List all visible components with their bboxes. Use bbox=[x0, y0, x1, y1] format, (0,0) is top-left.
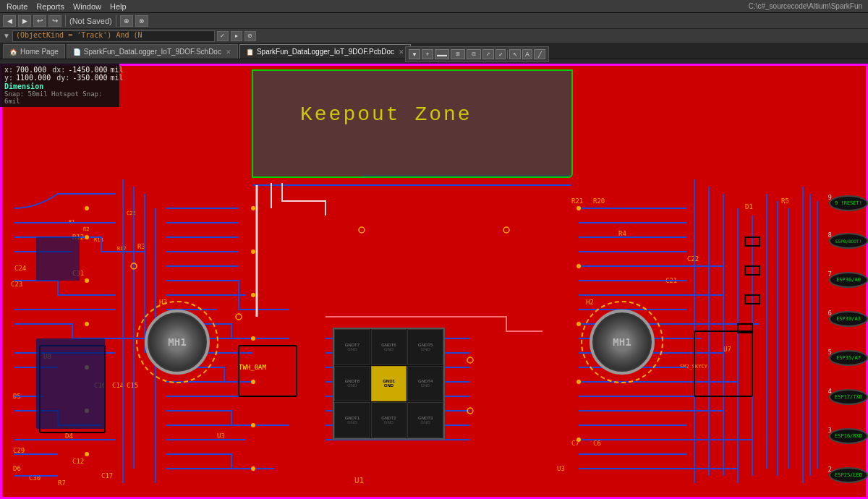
svg-rect-34 bbox=[36, 338, 105, 429]
not-saved-label: (Not Saved) bbox=[69, 17, 112, 25]
component-r3: R3 bbox=[137, 243, 145, 250]
component-r20: R20 bbox=[593, 197, 605, 205]
filepath-display: C:\c#_sourcecode\Altium\SparkFun bbox=[746, 1, 865, 11]
dx-label: dx: bbox=[52, 66, 65, 74]
svg-point-8 bbox=[251, 250, 255, 254]
pin-num-8: 8 bbox=[828, 231, 832, 239]
menu-bar[interactable]: Route Reports Window Help C:\c#_sourceco… bbox=[0, 0, 868, 13]
component-d5: D5 bbox=[13, 393, 21, 400]
svg-rect-33 bbox=[738, 324, 752, 333]
undo-button[interactable]: ↩ bbox=[33, 15, 46, 27]
component-h2: H2 bbox=[586, 299, 594, 306]
home-icon: 🏠 bbox=[9, 48, 17, 56]
filter-icon[interactable]: ▼ bbox=[3, 32, 10, 40]
svg-point-19 bbox=[359, 227, 365, 233]
svg-point-3 bbox=[85, 322, 89, 326]
gnd-cell-8: GNDT2GND bbox=[371, 402, 407, 438]
tab-pcb-close[interactable]: ✕ bbox=[399, 48, 404, 56]
component-c14: C14 bbox=[112, 382, 124, 389]
gnd-cell-3: GNDT5GND bbox=[407, 329, 443, 365]
pin-4: ESP17/TXD bbox=[829, 389, 868, 405]
x-value: 700.000 bbox=[16, 66, 46, 74]
pin-num-5: 5 bbox=[828, 349, 832, 356]
tab-pcb[interactable]: 📋 SparkFun_DataLogger_IoT_9DOF.PcbDoc ✕ bbox=[239, 44, 411, 59]
menu-help[interactable]: Help bbox=[106, 1, 130, 12]
forward-button[interactable]: ▶ bbox=[18, 15, 31, 27]
svg-point-26 bbox=[236, 314, 242, 320]
menu-route[interactable]: Route bbox=[3, 1, 31, 12]
tab-schematic-close[interactable]: ✕ bbox=[226, 48, 231, 56]
tool-btn-1[interactable]: ⊕ bbox=[120, 15, 133, 27]
mini-btn-filter[interactable]: ▼ bbox=[409, 49, 420, 59]
svg-point-6 bbox=[85, 452, 89, 456]
svg-rect-29 bbox=[694, 331, 752, 396]
tab-pcb-label: SparkFun_DataLogger_IoT_9DOF.PcbDoc bbox=[257, 48, 394, 56]
pin-2: ESP25/LED bbox=[829, 467, 868, 483]
filter-btn-3[interactable]: ⊘ bbox=[244, 31, 256, 41]
svg-point-22 bbox=[467, 357, 473, 363]
component-r2: R2 bbox=[83, 226, 89, 232]
svg-point-15 bbox=[576, 264, 581, 268]
mini-btn-text[interactable]: A bbox=[522, 49, 532, 59]
mini-btn-route[interactable]: ⤢ bbox=[482, 49, 494, 59]
pin-num-9: 9 bbox=[828, 194, 832, 201]
coordinate-panel: x: 700.000 dx: -1450.000 mil y: 1100.000… bbox=[0, 64, 119, 107]
pin-8: ESP0/BOOT! bbox=[829, 233, 868, 249]
mini-btn-table[interactable]: ⊞ bbox=[451, 49, 465, 59]
svg-point-25 bbox=[131, 263, 137, 269]
pcb-icon: 📋 bbox=[246, 48, 254, 56]
tab-home-label: Home Page bbox=[20, 48, 59, 56]
component-r21: R21 bbox=[571, 197, 583, 205]
menu-window[interactable]: Window bbox=[69, 1, 105, 12]
tool-btn-2[interactable]: ⊗ bbox=[135, 15, 148, 27]
gnd-cell-1: GNDT7GND bbox=[334, 329, 370, 365]
menu-reports[interactable]: Reports bbox=[33, 1, 68, 12]
component-c21: C21 bbox=[665, 277, 677, 284]
svg-point-4 bbox=[85, 365, 89, 370]
component-c12: C12 bbox=[72, 458, 84, 465]
component-r7: R7 bbox=[58, 479, 66, 487]
filter-input[interactable]: (ObjectKind = 'Track') And (N bbox=[12, 30, 215, 42]
mini-btn-line[interactable]: ╱ bbox=[534, 49, 545, 59]
svg-rect-28 bbox=[239, 346, 297, 396]
mini-btn-grid[interactable]: ⊟ bbox=[467, 49, 481, 59]
y-label: y: bbox=[4, 74, 13, 82]
schematic-icon: 📄 bbox=[73, 48, 81, 56]
component-d6: D6 bbox=[13, 465, 21, 472]
filter-btn-1[interactable]: ✓ bbox=[217, 31, 229, 41]
mh1-right-label: MH1 bbox=[613, 336, 631, 348]
svg-point-20 bbox=[503, 227, 509, 233]
pin-6: ESP39/A3 bbox=[829, 311, 868, 327]
component-u7: U7 bbox=[723, 346, 731, 353]
gnd-cell-4: GNDT8GND bbox=[334, 366, 370, 402]
tab-schematic-label: SparkFun_DataLogger_IoT_9DOF.SchDoc bbox=[84, 48, 221, 56]
pcb-canvas[interactable]: Keepout Zone bbox=[0, 64, 868, 499]
tab-schematic[interactable]: 📄 SparkFun_DataLogger_IoT_9DOF.SchDoc ✕ bbox=[67, 44, 238, 59]
svg-point-5 bbox=[85, 409, 89, 413]
component-c23: C23 bbox=[11, 281, 22, 288]
filter-btn-2[interactable]: ▸ bbox=[231, 31, 242, 41]
svg-point-18 bbox=[576, 438, 581, 442]
back-button[interactable]: ◀ bbox=[3, 15, 16, 27]
mini-btn-add[interactable]: + bbox=[422, 49, 433, 59]
tab-home[interactable]: 🏠 Home Page bbox=[3, 44, 65, 59]
component-d1: D1 bbox=[745, 203, 753, 210]
svg-point-14 bbox=[576, 206, 581, 210]
svg-point-2 bbox=[85, 278, 89, 283]
svg-rect-32 bbox=[745, 295, 760, 304]
component-c29: C29 bbox=[13, 447, 25, 454]
pin-num-3: 3 bbox=[828, 427, 832, 434]
redo-button[interactable]: ↪ bbox=[48, 15, 61, 27]
svg-point-9 bbox=[251, 293, 255, 297]
component-c24: C24 bbox=[14, 265, 26, 272]
svg-point-1 bbox=[85, 235, 89, 239]
mount-hole-left: MH1 bbox=[145, 310, 210, 375]
x-label: x: bbox=[4, 66, 13, 74]
mini-btn-rect[interactable]: ▬▬ bbox=[435, 49, 449, 59]
component-r1: R1 bbox=[69, 219, 75, 225]
component-c15: C15 bbox=[127, 382, 138, 389]
mini-btn-cursor[interactable]: ↖ bbox=[509, 49, 521, 59]
component-c6: C6 bbox=[593, 440, 601, 447]
mini-btn-check[interactable]: ✓ bbox=[495, 49, 506, 59]
component-r17: R17 bbox=[117, 246, 127, 252]
